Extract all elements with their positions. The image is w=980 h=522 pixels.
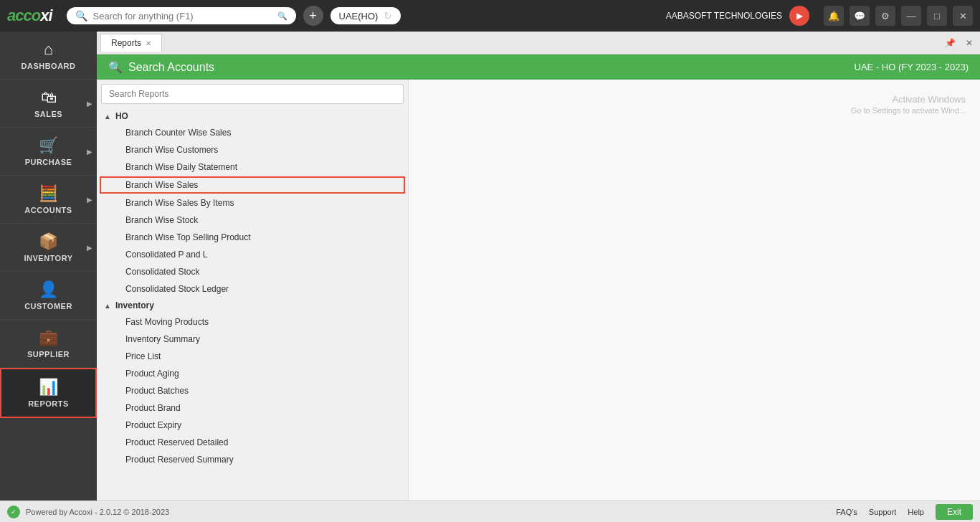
sidebar-label-inventory: INVENTORY (24, 254, 72, 262)
chat-button[interactable]: 💬 (850, 6, 870, 26)
reports-panel: 🔍 Search Accounts UAE - HO (FY 2023 - 20… (97, 54, 980, 500)
content-area: Reports ✕ 📌 ✕ 🔍 Search Accounts UAE - HO… (97, 32, 980, 500)
sidebar-item-supplier[interactable]: 💼 SUPPLIER (0, 320, 97, 368)
tree-item-branch-wise-customers[interactable]: Branch Wise Customers (100, 141, 405, 158)
product-reserved-summary-label: Product Reserved Summary (125, 455, 234, 465)
tree-item-product-reserved-summary[interactable]: Product Reserved Summary (100, 451, 405, 468)
sidebar-item-sales[interactable]: 🛍 SALES ▶ (0, 80, 97, 128)
branch-selector[interactable]: UAE(HO) ↻ (330, 7, 401, 24)
maximize-button[interactable]: □ (927, 6, 947, 26)
top-bar: accoxi 🔍 🔍 + UAE(HO) ↻ AABASOFT TECHNOLO… (0, 0, 980, 32)
tree-item-branch-wise-top-selling[interactable]: Branch Wise Top Selling Product (100, 229, 405, 246)
sales-icon: 🛍 (41, 88, 57, 107)
tree-item-product-brand[interactable]: Product Brand (100, 399, 405, 417)
bottom-bar: ✓ Powered by Accoxi - 2.0.12 © 2018-2023… (0, 500, 980, 522)
tree-item-branch-wise-daily-statement[interactable]: Branch Wise Daily Statement (100, 158, 405, 176)
exit-button[interactable]: Exit (936, 504, 973, 520)
tree-item-product-reserved-detailed[interactable]: Product Reserved Detailed (100, 434, 405, 451)
price-list-label: Price List (125, 351, 161, 361)
inventory-arrow-icon: ▶ (87, 244, 92, 252)
minimize-button[interactable]: — (901, 6, 921, 26)
sidebar: ⌂ DASHBOARD 🛍 SALES ▶ 🛒 PURCHASE ▶ 🧮 ACC… (0, 32, 97, 500)
dashboard-icon: ⌂ (44, 40, 53, 59)
sidebar-item-purchase[interactable]: 🛒 PURCHASE ▶ (0, 128, 97, 176)
sidebar-item-customer[interactable]: 👤 CUSTOMER (0, 272, 97, 320)
fast-moving-products-label: Fast Moving Products (125, 317, 209, 327)
top-icons: 🔔 💬 ⚙ — □ ✕ (824, 6, 973, 26)
app-logo: accoxi (7, 6, 52, 25)
sidebar-item-reports[interactable]: 📊 REPORTS (0, 368, 97, 418)
notifications-button[interactable]: 🔔 (824, 6, 844, 26)
sidebar-label-reports: REPORTS (28, 399, 69, 408)
bottom-logo: ✓ (7, 506, 20, 518)
tree-item-consolidated-stock[interactable]: Consolidated Stock (100, 263, 405, 280)
inventory-icon: 📦 (39, 232, 58, 251)
add-button[interactable]: + (303, 6, 323, 26)
search-accounts-icon: 🔍 (108, 60, 123, 74)
branch-wise-daily-statement-label: Branch Wise Daily Statement (125, 162, 237, 172)
search-accounts-label: Search Accounts (128, 61, 214, 74)
pin-tab-button[interactable]: 📌 (941, 37, 959, 49)
shortcut-hint: 🔍 (277, 11, 287, 21)
tree-item-branch-wise-sales[interactable]: Branch Wise Sales (100, 176, 405, 194)
tree-section-ho[interactable]: ▲ HO (100, 108, 405, 124)
help-link[interactable]: Help (908, 508, 924, 516)
ho-section-label: HO (115, 111, 128, 121)
tree-item-inventory-summary[interactable]: Inventory Summary (100, 331, 405, 348)
consolidated-stock-ledger-label: Consolidated Stock Ledger (125, 284, 229, 294)
tree-item-product-aging[interactable]: Product Aging (100, 365, 405, 382)
right-panel: Activate Windows Go to Settings to activ… (409, 80, 980, 500)
tree-item-consolidated-p-and-l[interactable]: Consolidated P and L (100, 246, 405, 263)
tree-item-product-expiry[interactable]: Product Expiry (100, 417, 405, 434)
sidebar-label-dashboard: DASHBOARD (22, 62, 76, 70)
sales-arrow-icon: ▶ (87, 100, 92, 108)
branch-wise-sales-label: Branch Wise Sales (125, 180, 198, 190)
tree-item-product-batches[interactable]: Product Batches (100, 382, 405, 399)
branch-wise-top-selling-label: Branch Wise Top Selling Product (125, 232, 251, 242)
reports-body: ▲ HO Branch Counter Wise Sales Branch Wi… (97, 80, 980, 500)
tree-item-fast-moving-products[interactable]: Fast Moving Products (100, 313, 405, 331)
inventory-section-label: Inventory (115, 300, 154, 310)
ho-toggle-icon: ▲ (104, 113, 111, 120)
faq-link[interactable]: FAQ's (836, 508, 857, 516)
consolidated-stock-label: Consolidated Stock (125, 267, 199, 277)
sidebar-item-accounts[interactable]: 🧮 ACCOUNTS ▶ (0, 176, 97, 224)
refresh-icon[interactable]: ↻ (384, 10, 392, 22)
activate-windows-watermark: Activate Windows Go to Settings to activ… (409, 80, 980, 130)
support-link[interactable]: Support (869, 508, 897, 516)
tree-item-branch-counter-wise-sales[interactable]: Branch Counter Wise Sales (100, 124, 405, 141)
sidebar-label-purchase: PURCHASE (25, 158, 72, 166)
close-tab-button[interactable]: ✕ (962, 37, 976, 49)
sidebar-item-dashboard[interactable]: ⌂ DASHBOARD (0, 32, 97, 80)
tree-item-branch-wise-sales-by-items[interactable]: Branch Wise Sales By Items (100, 194, 405, 212)
consolidated-p-and-l-label: Consolidated P and L (125, 250, 208, 260)
accounts-arrow-icon: ▶ (87, 196, 92, 204)
main-layout: ⌂ DASHBOARD 🛍 SALES ▶ 🛒 PURCHASE ▶ 🧮 ACC… (0, 32, 980, 500)
product-brand-label: Product Brand (125, 403, 181, 413)
product-expiry-label: Product Expiry (125, 420, 181, 430)
customer-icon: 👤 (39, 280, 58, 299)
global-search-input[interactable] (93, 11, 272, 22)
tab-close-button[interactable]: ✕ (146, 39, 151, 47)
company-name: AABASOFT TECHNOLOGIES (666, 11, 782, 21)
reports-tab[interactable]: Reports ✕ (100, 34, 162, 52)
tree-item-price-list[interactable]: Price List (100, 348, 405, 365)
product-batches-label: Product Batches (125, 386, 189, 396)
close-button[interactable]: ✕ (953, 6, 973, 26)
sidebar-label-accounts: ACCOUNTS (24, 206, 72, 214)
powered-by-label: Powered by Accoxi - 2.0.12 © 2018-2023 (26, 508, 169, 516)
tab-actions: 📌 ✕ (941, 37, 976, 49)
global-search-bar[interactable]: 🔍 🔍 (67, 7, 296, 24)
tree-container: ▲ HO Branch Counter Wise Sales Branch Wi… (97, 108, 408, 500)
tree-item-consolidated-stock-ledger[interactable]: Consolidated Stock Ledger (100, 280, 405, 298)
tree-item-branch-wise-stock[interactable]: Branch Wise Stock (100, 212, 405, 229)
settings-button[interactable]: ⚙ (875, 6, 895, 26)
product-reserved-detailed-label: Product Reserved Detailed (125, 437, 228, 447)
sidebar-item-inventory[interactable]: 📦 INVENTORY ▶ (0, 224, 97, 272)
branch-name: UAE(HO) (339, 11, 379, 22)
sidebar-label-supplier: SUPPLIER (27, 350, 70, 359)
search-reports-input[interactable] (101, 84, 404, 104)
reports-icon: 📊 (39, 378, 58, 397)
tree-section-inventory[interactable]: ▲ Inventory (100, 298, 405, 313)
inventory-summary-label: Inventory Summary (125, 334, 200, 344)
